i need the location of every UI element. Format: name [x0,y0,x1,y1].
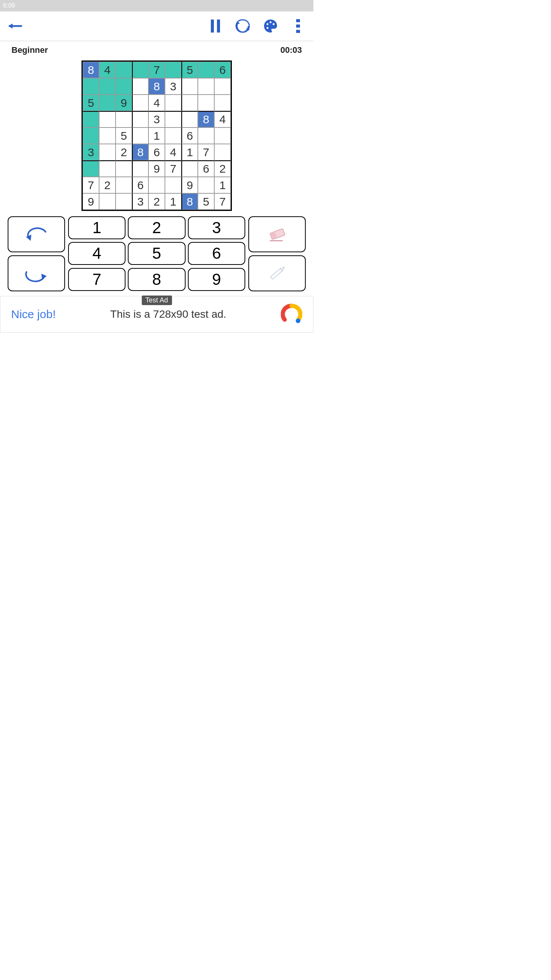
cell-8-4[interactable]: 2 [148,193,165,210]
cell-5-5[interactable]: 4 [165,144,181,160]
cell-8-1[interactable] [99,193,116,210]
num-button-8[interactable]: 8 [128,268,185,291]
cell-0-0[interactable]: 8 [83,62,99,78]
cell-5-6[interactable]: 1 [181,144,198,160]
cell-5-3[interactable]: 8 [132,144,148,160]
cell-4-2[interactable]: 5 [116,127,132,144]
cell-1-3[interactable] [132,78,148,95]
cell-7-8[interactable]: 1 [214,177,231,193]
redo-button[interactable] [8,255,65,291]
cell-2-4[interactable]: 4 [148,95,165,111]
cell-5-7[interactable]: 7 [198,144,214,160]
cell-0-1[interactable]: 4 [99,62,116,78]
cell-6-2[interactable] [116,160,132,177]
cell-3-6[interactable] [181,111,198,127]
num-button-9[interactable]: 9 [188,268,245,291]
cell-0-3[interactable] [132,62,148,78]
cell-8-7[interactable]: 5 [198,193,214,210]
cell-1-4[interactable]: 8 [148,78,165,95]
cell-5-0[interactable]: 3 [83,144,99,160]
sudoku-board[interactable]: 847568359438451632864179762726919321857 [82,60,232,211]
cell-6-6[interactable] [181,160,198,177]
refresh-button[interactable] [235,18,251,34]
cell-3-8[interactable]: 4 [214,111,231,127]
cell-0-6[interactable]: 5 [181,62,198,78]
cell-8-2[interactable] [116,193,132,210]
num-button-7[interactable]: 7 [68,268,126,291]
cell-2-6[interactable] [181,95,198,111]
cell-3-5[interactable] [165,111,181,127]
num-button-3[interactable]: 3 [188,216,245,239]
cell-6-0[interactable] [83,160,99,177]
cell-6-1[interactable] [99,160,116,177]
cell-6-7[interactable]: 6 [198,160,214,177]
cell-1-0[interactable] [83,78,99,95]
cell-1-7[interactable] [198,78,214,95]
cell-4-1[interactable] [99,127,116,144]
cell-7-2[interactable] [116,177,132,193]
cell-2-8[interactable] [214,95,231,111]
cell-2-0[interactable]: 5 [83,95,99,111]
num-button-6[interactable]: 6 [188,242,245,265]
cell-5-1[interactable] [99,144,116,160]
pencil-button[interactable] [248,255,306,291]
cell-5-2[interactable]: 2 [116,144,132,160]
cell-1-6[interactable] [181,78,198,95]
cell-2-1[interactable] [99,95,116,111]
cell-1-8[interactable] [214,78,231,95]
cell-3-4[interactable]: 3 [148,111,165,127]
cell-7-1[interactable]: 2 [99,177,116,193]
cell-4-6[interactable]: 6 [181,127,198,144]
cell-4-7[interactable] [198,127,214,144]
palette-button[interactable] [263,18,278,34]
cell-2-2[interactable]: 9 [116,95,132,111]
cell-2-3[interactable] [132,95,148,111]
cell-1-5[interactable]: 3 [165,78,181,95]
cell-8-8[interactable]: 7 [214,193,231,210]
cell-7-4[interactable] [148,177,165,193]
cell-3-2[interactable] [116,111,132,127]
num-button-1[interactable]: 1 [68,216,126,239]
cell-2-5[interactable] [165,95,181,111]
cell-6-4[interactable]: 9 [148,160,165,177]
cell-3-1[interactable] [99,111,116,127]
ad-banner[interactable]: Test Ad Nice job! This is a 728x90 test … [0,296,313,333]
cell-1-1[interactable] [99,78,116,95]
cell-7-3[interactable]: 6 [132,177,148,193]
cell-1-2[interactable] [116,78,132,95]
cell-4-5[interactable] [165,127,181,144]
undo-button[interactable] [8,216,65,252]
cell-5-8[interactable] [214,144,231,160]
cell-6-8[interactable]: 2 [214,160,231,177]
cell-6-3[interactable] [132,160,148,177]
cell-3-7[interactable]: 8 [198,111,214,127]
cell-7-7[interactable] [198,177,214,193]
cell-7-0[interactable]: 7 [83,177,99,193]
cell-4-3[interactable] [132,127,148,144]
cell-2-7[interactable] [198,95,214,111]
cell-8-0[interactable]: 9 [83,193,99,210]
cell-5-4[interactable]: 6 [148,144,165,160]
cell-4-8[interactable] [214,127,231,144]
cell-6-5[interactable]: 7 [165,160,181,177]
back-button[interactable] [8,18,23,34]
cell-0-8[interactable]: 6 [214,62,231,78]
num-button-4[interactable]: 4 [68,242,126,265]
cell-8-3[interactable]: 3 [132,193,148,210]
cell-4-4[interactable]: 1 [148,127,165,144]
cell-7-5[interactable] [165,177,181,193]
cell-0-2[interactable] [116,62,132,78]
cell-8-6[interactable]: 8 [181,193,198,210]
num-button-5[interactable]: 5 [128,242,185,265]
cell-3-0[interactable] [83,111,99,127]
cell-7-6[interactable]: 9 [181,177,198,193]
cell-4-0[interactable] [83,127,99,144]
cell-0-7[interactable] [198,62,214,78]
erase-button[interactable] [248,216,306,252]
cell-8-5[interactable]: 1 [165,193,181,210]
menu-button[interactable] [290,18,306,34]
pause-button[interactable] [208,18,223,34]
cell-0-5[interactable] [165,62,181,78]
cell-3-3[interactable] [132,111,148,127]
num-button-2[interactable]: 2 [128,216,185,239]
